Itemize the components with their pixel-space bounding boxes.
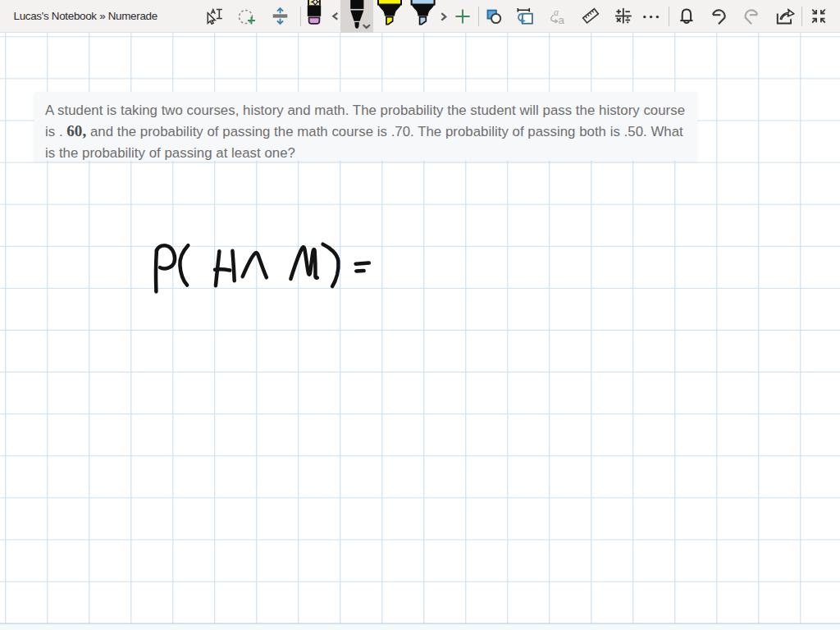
svg-text:a: a <box>559 14 565 26</box>
